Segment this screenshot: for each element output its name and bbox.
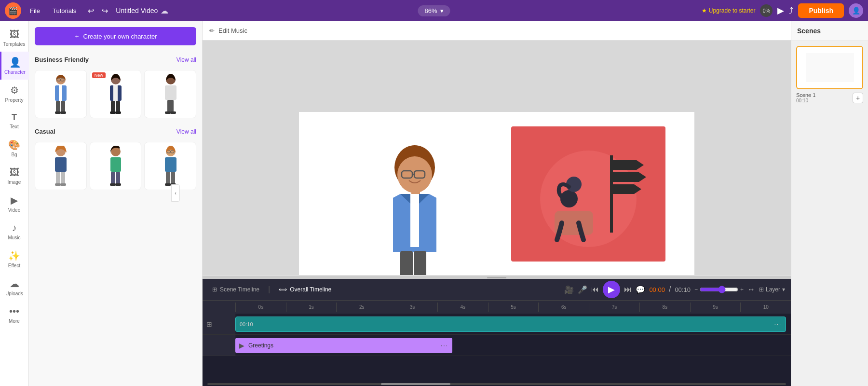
redo-button[interactable]: ↪ (99, 4, 111, 17)
greetings-track-bar[interactable]: ▶ Greetings ··· (235, 338, 452, 353)
svg-rect-23 (56, 172, 60, 184)
scene-1-name: Scene 1 (796, 92, 815, 98)
music-icon: ♪ (12, 222, 17, 234)
layer-label: Layer (766, 286, 780, 293)
character-panel: ＋ Create your own character Business Fri… (29, 21, 203, 386)
zoom-slider[interactable] (700, 286, 738, 293)
undo-button[interactable]: ↩ (85, 4, 97, 17)
char-card-c2[interactable] (90, 142, 142, 190)
scene-info-1: Scene 1 00:10 + (791, 91, 868, 107)
scene-preview-svg (806, 53, 854, 82)
sidebar-item-templates[interactable]: 🖼 Templates (0, 24, 29, 52)
upgrade-button[interactable]: ★ Upgrade to starter (702, 7, 756, 14)
timeline-section: ⊞ Scene Timeline | ⟺ Overall Timeline 🎥 … (203, 275, 791, 386)
svg-rect-19 (165, 111, 171, 114)
timeline-play-button[interactable]: ▶ (603, 281, 620, 298)
sidebar-item-music[interactable]: ♪ Music (0, 218, 29, 245)
casual-section-header: Casual View all (35, 128, 196, 135)
svg-rect-32 (115, 183, 121, 186)
char-card-c3[interactable] (144, 142, 196, 190)
logo-icon: 🎬 (8, 6, 18, 15)
sidebar-item-character[interactable]: 👤 Character (0, 52, 29, 80)
track-content-greetings[interactable]: ▶ Greetings ··· (235, 335, 791, 356)
video-title[interactable]: Untitled Video (116, 7, 158, 14)
layer-button[interactable]: ⊞ Layer ▾ (759, 286, 785, 293)
overall-timeline-tab[interactable]: ⟺ Overall Timeline (275, 284, 335, 295)
canvas-scene-bg (511, 126, 665, 262)
track-content-main[interactable]: 00:10 ··· (235, 314, 791, 334)
svg-rect-30 (116, 172, 120, 184)
add-scene-button[interactable]: + (853, 93, 863, 103)
undo-redo-group: ↩ ↪ (85, 4, 111, 17)
scrollbar-track (207, 383, 786, 385)
share-button[interactable]: ⤴ (789, 6, 793, 16)
casual-view-all[interactable]: View all (176, 128, 196, 135)
tutorials-menu[interactable]: Tutorials (49, 5, 80, 16)
sidebar-item-effect[interactable]: ✨ Effect (0, 245, 29, 273)
svg-rect-13 (116, 101, 120, 112)
svg-rect-38 (171, 172, 175, 184)
char-card-bf1[interactable] (35, 70, 87, 118)
svg-rect-20 (170, 111, 176, 114)
character-panel-header: ＋ Create your own character (29, 21, 202, 51)
sidebar-label-character: Character (4, 69, 26, 75)
char-card-c1[interactable] (35, 142, 87, 190)
main-area: 🖼 Templates 👤 Character ⚙ Property T Tex… (0, 21, 868, 386)
timeline-scrollbar[interactable] (203, 382, 791, 386)
char-card-bf2[interactable]: New (90, 70, 142, 118)
captions-btn[interactable]: 💬 (636, 285, 645, 294)
sidebar-item-video[interactable]: ▶ Video (0, 190, 29, 218)
edit-music-label[interactable]: Edit Music (218, 27, 247, 34)
sidebar-item-property[interactable]: ⚙ Property (0, 80, 29, 108)
scene-thumb-1[interactable] (796, 46, 863, 89)
sidebar-item-image[interactable]: 🖼 Image (0, 162, 29, 190)
svg-rect-15 (115, 111, 121, 114)
file-menu[interactable]: File (26, 5, 44, 16)
main-track-bar[interactable]: 00:10 ··· (235, 317, 786, 332)
business-section-title: Business Friendly (35, 56, 89, 63)
expand-icon[interactable]: ↔ (747, 285, 755, 294)
svg-rect-8 (60, 111, 66, 114)
svg-rect-29 (111, 172, 115, 184)
zoom-control[interactable]: 86% ▾ (418, 5, 450, 16)
camera-btn[interactable]: 🎥 (564, 285, 574, 294)
sidebar-item-more[interactable]: ••• More (0, 301, 29, 329)
create-character-label: Create your own character (83, 33, 157, 40)
mic-btn[interactable]: 🎤 (578, 285, 587, 294)
sidebar-label-bg: Bg (11, 152, 17, 157)
tick-5s: 5s (488, 303, 539, 312)
skip-back-btn[interactable]: ⏮ (591, 285, 599, 294)
scenes-panel: Scenes Scene 1 00:10 + (791, 21, 868, 386)
sidebar-item-uploads[interactable]: ☁ Uploads (0, 273, 29, 301)
svg-rect-7 (55, 111, 61, 114)
create-character-button[interactable]: ＋ Create your own character (35, 27, 196, 45)
sidebar-label-image: Image (8, 179, 21, 185)
scene-tl-icon: ⊞ (212, 286, 217, 293)
layer-chevron: ▾ (782, 286, 785, 293)
preview-play-button[interactable]: ▶ (777, 5, 784, 16)
sidebar-item-bg[interactable]: 🎨 Bg (0, 134, 29, 162)
char-figure-bf1 (47, 74, 74, 115)
panel-collapse-arrow[interactable]: ‹ (171, 184, 180, 202)
scrollbar-thumb[interactable] (381, 383, 450, 385)
business-view-all[interactable]: View all (176, 56, 196, 63)
char-card-bf3[interactable] (144, 70, 196, 118)
user-avatar[interactable]: 👤 (849, 3, 863, 18)
scene-timeline-tab[interactable]: ⊞ Scene Timeline (208, 284, 263, 295)
zoom-plus-icon[interactable]: + (740, 286, 744, 293)
svg-rect-53 (610, 155, 613, 233)
greetings-track-dots: ··· (441, 342, 448, 349)
svg-rect-4 (59, 85, 62, 101)
tl-divider: | (268, 285, 270, 294)
svg-rect-14 (110, 111, 116, 114)
total-time: 00:10 (675, 286, 691, 293)
skip-forward-btn[interactable]: ⏭ (624, 285, 632, 294)
svg-rect-18 (167, 100, 174, 112)
svg-rect-37 (166, 172, 170, 184)
image-icon: 🖼 (10, 167, 19, 178)
percent-value: 0% (762, 8, 770, 14)
zoom-minus-icon[interactable]: − (694, 286, 698, 293)
video-icon: ▶ (11, 194, 18, 206)
publish-button[interactable]: Publish (798, 3, 844, 18)
sidebar-item-text[interactable]: T Text (0, 108, 29, 134)
